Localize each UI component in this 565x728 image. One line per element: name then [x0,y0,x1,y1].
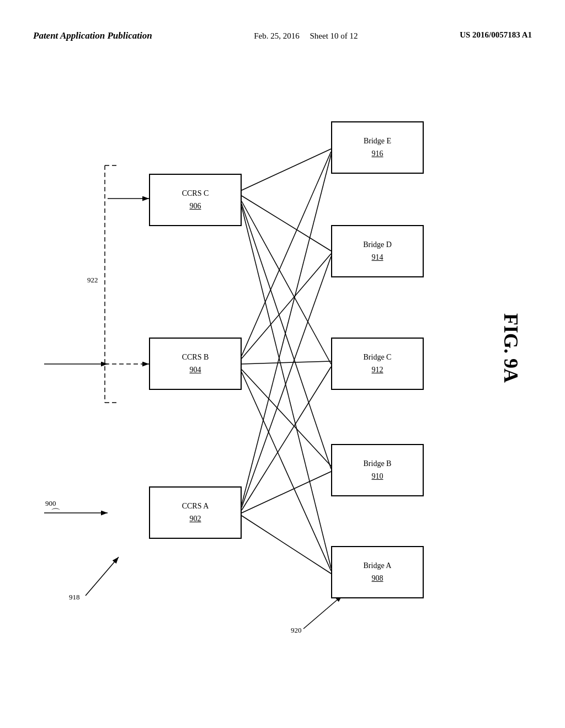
ccrs-c-label: CCRS C [182,188,209,200]
bridge-a-label: Bridge A [364,560,392,572]
bridge-c-label: Bridge C [364,351,392,363]
header-date: Feb. 25, 2016 [254,31,300,40]
svg-line-17 [242,370,331,466]
box-bridge-d: Bridge D 914 [331,225,424,277]
svg-line-12 [242,204,331,469]
ccrs-c-num: 906 [190,200,201,212]
svg-line-14 [242,152,331,356]
header: Patent Application Publication Feb. 25, … [0,30,565,42]
svg-line-19 [242,154,331,505]
bridge-e-num: 916 [372,148,383,160]
box-bridge-a: Bridge A 908 [331,546,424,598]
ccrs-b-num: 904 [190,364,201,376]
box-ccrs-a: CCRS A 902 [149,486,242,539]
svg-line-18 [242,372,331,571]
bridge-d-label: Bridge D [363,239,392,251]
box-bridge-b: Bridge B 910 [331,444,424,496]
header-right: US 2016/0057183 A1 [460,30,532,40]
svg-line-25 [303,596,342,629]
bridge-a-num: 908 [372,572,383,585]
bridge-d-num: 914 [372,251,383,264]
header-center: Feb. 25, 2016 Sheet 10 of 12 [254,30,358,42]
ccrs-a-num: 902 [190,513,201,525]
svg-line-9 [242,149,331,190]
ref-918: 918 [69,593,80,602]
bridge-c-num: 912 [372,364,383,376]
bridge-e-label: Bridge E [364,135,391,147]
fig-label-text: FIG. 9A [500,313,522,383]
svg-line-15 [242,254,331,358]
header-sheet: Sheet 10 of 12 [310,31,358,40]
svg-line-22 [242,472,331,513]
box-bridge-e: Bridge E 916 [331,121,424,174]
page: Patent Application Publication Feb. 25, … [0,0,565,728]
svg-line-16 [242,361,331,364]
box-ccrs-c: CCRS C 906 [149,174,242,226]
fig-label: FIG. 9A [499,313,523,383]
diagram-area: CCRS C 906 CCRS B 904 CCRS A 902 Bridge … [33,88,532,695]
ref-922: 922 [87,276,98,285]
ref-920: 920 [291,626,302,635]
svg-line-11 [242,201,331,364]
header-left: Patent Application Publication [33,30,152,41]
svg-line-23 [242,516,331,574]
svg-line-13 [242,207,331,568]
svg-line-10 [242,196,331,251]
svg-line-20 [242,256,331,507]
box-bridge-c: Bridge C 912 [331,338,424,390]
ccrs-a-label: CCRS A [182,500,209,512]
ref-900-arrow: ⌒ [51,506,61,520]
bridge-b-label: Bridge B [364,458,392,470]
svg-line-21 [242,367,331,510]
diagram-svg [33,88,532,695]
ccrs-b-label: CCRS B [182,351,209,363]
box-ccrs-b: CCRS B 904 [149,338,242,390]
bridge-b-num: 910 [372,470,383,483]
svg-line-24 [86,557,119,596]
